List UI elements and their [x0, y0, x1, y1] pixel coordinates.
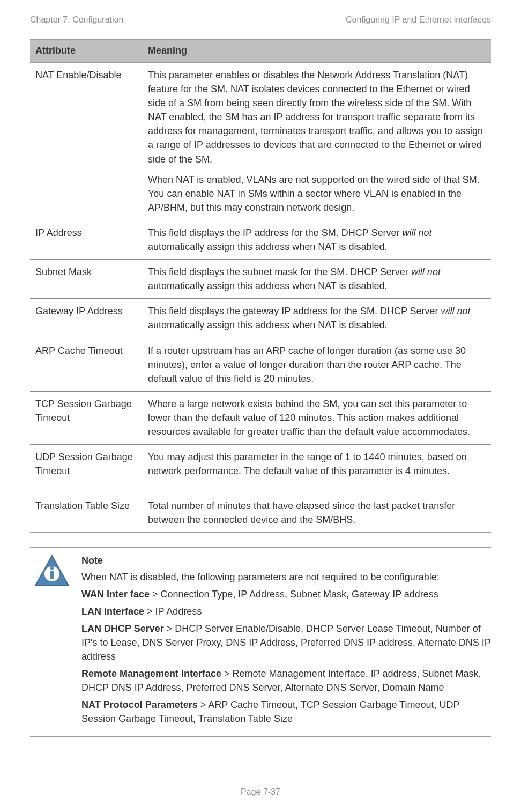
table-row: IP Address This field displays the IP ad… — [30, 220, 491, 260]
page-footer: Page 7-37 — [0, 787, 521, 797]
emphasis: will not — [411, 267, 441, 277]
cell-attribute: NAT Enable/Disable — [30, 68, 143, 215]
meaning-text: If a router upstream has an ARP cache of… — [148, 344, 488, 386]
emphasis: will not — [441, 306, 471, 316]
note-icon — [33, 553, 71, 591]
note-line-bold: LAN Interface — [81, 606, 144, 617]
cell-meaning: Total number of minutes that have elapse… — [143, 499, 491, 527]
meaning-text: This parameter enables or disables the N… — [148, 68, 488, 166]
note-line-bold: LAN DHCP Server — [81, 623, 164, 634]
cell-meaning: This field displays the gateway IP addre… — [143, 304, 491, 332]
meaning-text: This field displays the gateway IP addre… — [148, 304, 488, 332]
table-row: UDP Session Garbage Timeout You may adju… — [30, 445, 491, 493]
table-row: Gateway IP Address This field displays t… — [30, 299, 491, 338]
emphasis: will not — [403, 227, 432, 238]
header-right: Configuring IP and Ethernet interfaces — [346, 15, 491, 25]
cell-attribute: Subnet Mask — [30, 265, 143, 293]
cell-meaning: If a router upstream has an ARP cache of… — [143, 344, 491, 386]
table-row: Translation Table Size Total number of m… — [30, 493, 491, 532]
note-line-bold: Remote Management Interface — [81, 668, 221, 679]
header-left: Chapter 7: Configuration — [30, 15, 123, 25]
attributes-table: Attribute Meaning NAT Enable/Disable Thi… — [30, 39, 491, 533]
cell-meaning: This field displays the subnet mask for … — [143, 265, 491, 293]
cell-meaning: You may adjust this parameter in the ran… — [143, 450, 491, 478]
cell-meaning: Where a large network exists behind the … — [143, 397, 491, 439]
table-row: NAT Enable/Disable This parameter enable… — [30, 63, 491, 220]
note-line: LAN DHCP Server > DHCP Server Enable/Dis… — [81, 622, 491, 663]
note-line-bold: WAN Inter face — [81, 589, 150, 600]
meaning-text: Total number of minutes that have elapse… — [148, 499, 488, 527]
note-icon-wrap — [30, 553, 72, 729]
cell-meaning: This field displays the IP address for t… — [143, 226, 491, 254]
meaning-text: You may adjust this parameter in the ran… — [148, 450, 488, 478]
cell-attribute: ARP Cache Timeout — [30, 344, 143, 386]
meaning-text: This field displays the subnet mask for … — [148, 265, 488, 293]
page-header: Chapter 7: Configuration Configuring IP … — [30, 15, 491, 25]
note-line-bold: NAT Protocol Parameters — [81, 699, 198, 710]
cell-meaning: This parameter enables or disables the N… — [143, 68, 491, 215]
cell-attribute: Translation Table Size — [30, 499, 143, 527]
meaning-text: This field displays the IP address for t… — [148, 226, 488, 254]
note-line: NAT Protocol Parameters > ARP Cache Time… — [81, 698, 491, 726]
cell-attribute: UDP Session Garbage Timeout — [30, 450, 143, 478]
note-body: Note When NAT is disabled, the following… — [81, 553, 491, 729]
note-title: Note — [81, 553, 491, 567]
th-attribute: Attribute — [30, 40, 143, 62]
table-header-row: Attribute Meaning — [30, 40, 491, 63]
table-row: TCP Session Garbage Timeout Where a larg… — [30, 392, 491, 445]
cell-attribute: IP Address — [30, 226, 143, 254]
svg-rect-3 — [50, 571, 54, 579]
note-intro: When NAT is disabled, the following para… — [81, 570, 491, 584]
meaning-text: Where a large network exists behind the … — [148, 397, 488, 439]
note-line: LAN Interface > IP Address — [81, 604, 491, 618]
note-line: Remote Management Interface > Remote Man… — [81, 667, 491, 695]
svg-rect-2 — [50, 566, 54, 570]
cell-attribute: Gateway IP Address — [30, 304, 143, 332]
th-meaning: Meaning — [143, 40, 491, 62]
meaning-text: When NAT is enabled, VLANs are not suppo… — [148, 173, 488, 215]
table-row: Subnet Mask This field displays the subn… — [30, 260, 491, 299]
note-line: WAN Inter face > Connection Type, IP Add… — [81, 587, 491, 601]
cell-attribute: TCP Session Garbage Timeout — [30, 397, 143, 439]
table-row: ARP Cache Timeout If a router upstream h… — [30, 338, 491, 392]
note-box: Note When NAT is disabled, the following… — [30, 547, 491, 737]
